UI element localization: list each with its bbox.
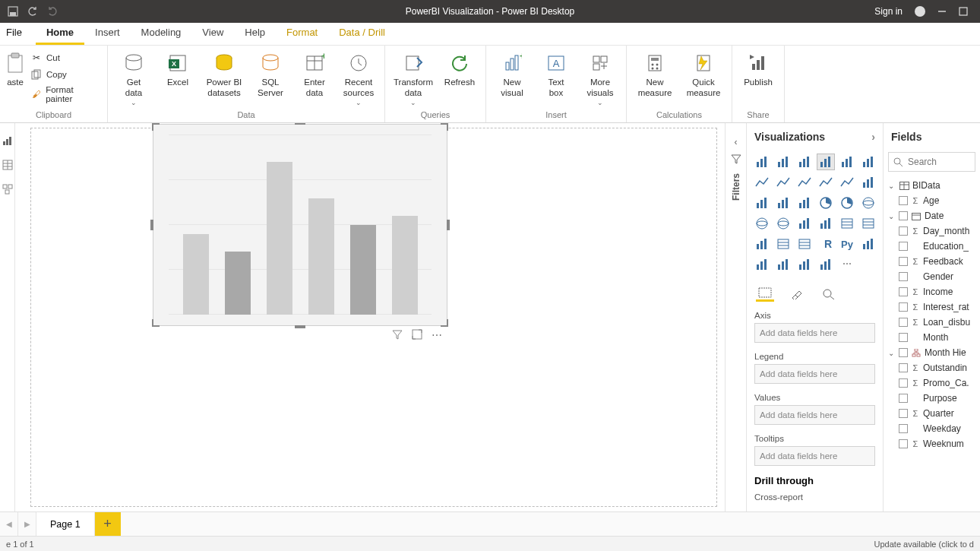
visual-filter-icon[interactable] (392, 329, 403, 341)
vis-type-filled-map[interactable] (774, 215, 792, 232)
checkbox[interactable] (899, 272, 908, 281)
field-interest_rat[interactable]: ΣInterest_rat (887, 299, 980, 315)
excel-button[interactable]: XExcel (156, 49, 199, 88)
sql-server-button[interactable]: SQL Server (249, 49, 292, 99)
field-weekday[interactable]: Weekday (887, 421, 980, 436)
text-box-button[interactable]: AText box (535, 49, 577, 99)
field-month[interactable]: Month (887, 330, 980, 345)
checkbox[interactable] (899, 318, 908, 327)
tab-file[interactable]: File (3, 22, 36, 45)
tab-modeling[interactable]: Modeling (131, 22, 192, 45)
vis-type-line[interactable] (753, 174, 771, 191)
chevron-left-icon[interactable]: ‹ (735, 137, 738, 147)
field-income[interactable]: ΣIncome (887, 284, 980, 299)
checkbox[interactable] (899, 409, 908, 418)
recent-sources-button[interactable]: Recent sources⌄ (337, 49, 380, 106)
vis-type-stacked-area[interactable] (795, 174, 814, 191)
vis-type-line-column[interactable] (817, 174, 835, 191)
checkbox[interactable] (899, 211, 908, 220)
vis-type-arcgis[interactable] (795, 215, 814, 232)
field-date[interactable]: ⌄Date (887, 208, 980, 223)
minimize-icon[interactable] (937, 7, 947, 16)
new-measure-button[interactable]: New measure (631, 49, 678, 99)
well-axis[interactable]: Add data fields here (754, 323, 875, 343)
sign-in-link[interactable]: Sign in (874, 6, 903, 17)
get-data-button[interactable]: Get data⌄ (112, 49, 155, 106)
cut-button[interactable]: ✂Cut (27, 50, 103, 65)
undo-icon[interactable] (24, 3, 41, 20)
vis-type-donut[interactable] (838, 195, 856, 211)
vis-type-treemap[interactable] (859, 195, 877, 211)
avatar-icon[interactable] (915, 6, 925, 17)
tab-data-drill[interactable]: Data / Drill (328, 22, 396, 45)
column-chart-visual[interactable]: ⋯ (153, 124, 447, 326)
new-visual-button[interactable]: +New visual (491, 49, 533, 99)
checkbox[interactable] (899, 348, 908, 357)
field-purpose[interactable]: Purpose (887, 391, 980, 406)
field-education_[interactable]: Education_ (887, 239, 980, 254)
vis-type-stacked-column[interactable] (774, 154, 792, 170)
field-promo_ca.[interactable]: ΣPromo_Ca. (887, 375, 980, 391)
page-next-icon[interactable]: ▶ (18, 512, 36, 536)
redo-icon[interactable] (44, 3, 61, 20)
copy-button[interactable]: Copy (27, 67, 103, 82)
pbi-datasets-button[interactable]: Power BI datasets (201, 49, 248, 99)
vis-type-100-column[interactable] (859, 154, 877, 170)
well-tooltips[interactable]: Add data fields here (754, 446, 875, 466)
vis-type-r[interactable]: R (817, 236, 835, 252)
enter-data-button[interactable]: +Enter data (293, 49, 336, 99)
report-view-icon[interactable] (2, 135, 13, 146)
vis-type-key-influencers[interactable] (859, 236, 877, 252)
vis-type-clustered-column[interactable] (817, 154, 835, 170)
checkbox[interactable] (899, 363, 908, 372)
model-view-icon[interactable] (2, 184, 13, 195)
checkbox[interactable] (899, 287, 908, 296)
publish-button[interactable]: Publish (737, 49, 779, 88)
analytics-tab-icon[interactable] (820, 285, 838, 302)
quick-measure-button[interactable]: Quick measure (680, 49, 727, 99)
vis-type-scatter[interactable] (795, 195, 814, 211)
checkbox[interactable] (899, 226, 908, 236)
vis-type-qa[interactable] (774, 256, 792, 273)
vis-type-multi-card[interactable] (859, 215, 877, 232)
vis-type-python[interactable]: Py (838, 236, 856, 252)
vis-type-area[interactable] (774, 174, 792, 191)
more-visuals-button[interactable]: More visuals⌄ (579, 49, 621, 106)
vis-type-clustered-bar[interactable] (795, 154, 814, 170)
well-values[interactable]: Add data fields here (754, 405, 875, 425)
vis-type-100-bar[interactable] (838, 154, 856, 170)
status-update[interactable]: Update available (click to d (874, 540, 974, 549)
format-painter-button[interactable]: 🖌Format painter (27, 84, 103, 105)
visual-focus-icon[interactable] (412, 329, 422, 341)
vis-type-pie[interactable] (817, 195, 835, 211)
vis-type-matrix[interactable] (795, 236, 814, 252)
tab-view[interactable]: View (191, 22, 234, 45)
vis-type-stacked-bar[interactable] (753, 154, 771, 170)
transform-data-button[interactable]: Transform data⌄ (390, 49, 437, 106)
filters-pane-collapsed[interactable]: ‹ Filters (725, 123, 746, 511)
save-icon[interactable] (5, 3, 21, 20)
vis-type-paginated[interactable] (817, 256, 835, 273)
tab-format[interactable]: Format (276, 22, 328, 45)
chevron-right-icon[interactable]: › (871, 131, 875, 143)
checkbox[interactable] (899, 242, 908, 251)
checkbox[interactable] (899, 378, 908, 388)
vis-type-card[interactable] (838, 215, 856, 232)
tab-home[interactable]: Home (36, 22, 84, 45)
refresh-button[interactable]: Refresh (438, 49, 481, 88)
data-view-icon[interactable] (2, 160, 13, 170)
page-prev-icon[interactable]: ◀ (0, 512, 18, 536)
paste-button[interactable]: aste (5, 49, 26, 88)
field-day_month[interactable]: ΣDay_month (887, 223, 980, 239)
vis-type-table[interactable] (774, 236, 792, 252)
field-gender[interactable]: Gender (887, 269, 980, 284)
fields-search[interactable]: Search (888, 152, 975, 172)
vis-type-decomposition[interactable] (753, 256, 771, 273)
field-quarter[interactable]: ΣQuarter (887, 406, 980, 421)
vis-type-line-column2[interactable] (838, 174, 856, 191)
checkbox[interactable] (899, 424, 908, 433)
vis-type-ribbon[interactable] (859, 174, 877, 191)
fields-tab-icon[interactable] (756, 285, 774, 302)
add-page-button[interactable]: + (95, 512, 121, 536)
field-feedback[interactable]: ΣFeedback (887, 254, 980, 269)
